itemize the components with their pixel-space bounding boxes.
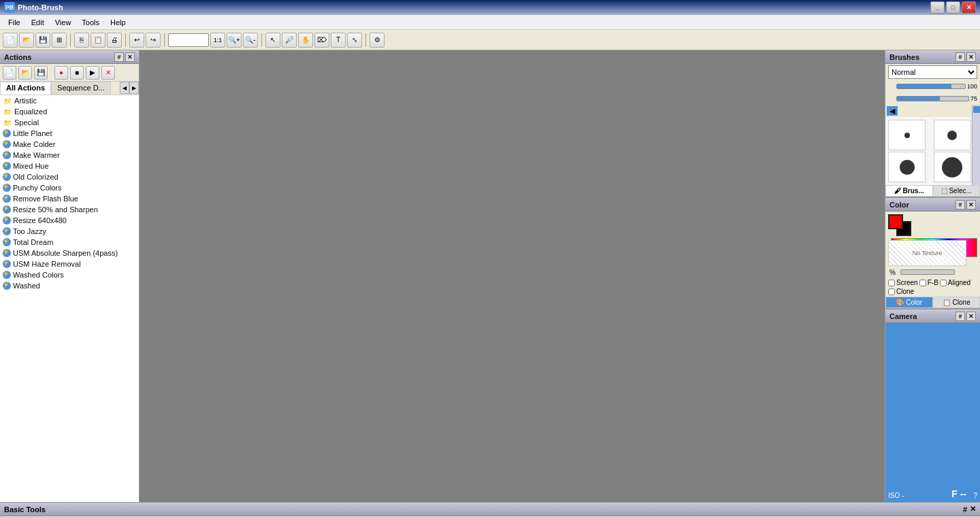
actions-record-btn[interactable]: ● bbox=[54, 66, 68, 80]
brush-scroll-top[interactable] bbox=[973, 106, 980, 113]
action-item[interactable]: ⚡Too Jazzy bbox=[0, 226, 139, 237]
erase-tool-button[interactable]: ⌦ bbox=[314, 33, 329, 48]
transform-button[interactable]: ⤡ bbox=[347, 33, 362, 48]
brush-cell-2[interactable] bbox=[934, 120, 971, 150]
action-item[interactable]: ⚡Make Warmer bbox=[0, 150, 139, 161]
actions-stop-btn[interactable]: ■ bbox=[70, 66, 84, 80]
save-button[interactable]: 💾 bbox=[35, 33, 50, 48]
brush-cell-1[interactable] bbox=[888, 120, 926, 150]
extra-button[interactable]: ⚙ bbox=[370, 33, 385, 48]
action-icon: ⚡ bbox=[3, 282, 11, 290]
action-item[interactable]: 📁Special bbox=[0, 117, 139, 128]
actions-play-btn[interactable]: ▶ bbox=[86, 66, 99, 80]
minimize-button[interactable]: _ bbox=[930, 1, 945, 14]
actions-new-btn[interactable]: 📄 bbox=[3, 66, 16, 80]
brushes-pin[interactable]: # bbox=[956, 52, 965, 62]
menu-tools[interactable]: Tools bbox=[76, 17, 105, 28]
bottom-panel-close[interactable]: ✕ bbox=[970, 505, 976, 514]
action-item[interactable]: ⚡Washed bbox=[0, 280, 139, 291]
action-label: Punchy Colors bbox=[13, 184, 62, 192]
camera-close[interactable]: ✕ bbox=[966, 312, 976, 321]
copy-button[interactable]: ⎘ bbox=[74, 33, 89, 48]
size-slider[interactable] bbox=[896, 96, 969, 101]
screen-check[interactable]: Screen bbox=[888, 279, 918, 286]
tab-nav-prev[interactable]: ◀ bbox=[120, 82, 129, 94]
select-tab[interactable]: ⬚ Selec... bbox=[933, 185, 981, 197]
opacity-slider[interactable] bbox=[896, 84, 966, 89]
menu-help[interactable]: Help bbox=[105, 17, 131, 28]
hand-tool-button[interactable]: ✋ bbox=[298, 33, 313, 48]
action-item[interactable]: ⚡Little Planet bbox=[0, 128, 139, 139]
menu-file[interactable]: File bbox=[3, 17, 26, 28]
maximize-button[interactable]: □ bbox=[946, 1, 960, 14]
zoom-1to1-button[interactable]: 1:1 bbox=[210, 33, 225, 48]
paste-button[interactable]: 📋 bbox=[91, 33, 105, 48]
arrow-tool-button[interactable]: ↖ bbox=[265, 33, 280, 48]
grid-button[interactable]: ⊞ bbox=[52, 33, 67, 48]
zoom-out-button[interactable]: 🔍- bbox=[243, 33, 258, 48]
action-item[interactable]: 📁Equalized bbox=[0, 106, 139, 117]
print-button[interactable]: 🖨 bbox=[107, 33, 122, 48]
menu-edit[interactable]: Edit bbox=[26, 17, 50, 28]
text-tool-button[interactable]: T bbox=[331, 33, 346, 48]
brushes-close[interactable]: ✕ bbox=[966, 52, 976, 62]
actions-open-btn[interactable]: 📂 bbox=[18, 66, 32, 80]
brush-cell-4[interactable] bbox=[934, 152, 971, 182]
clone-check[interactable]: Clone bbox=[888, 288, 914, 295]
actions-panel-close[interactable]: ✕ bbox=[125, 52, 135, 62]
action-item[interactable]: ⚡Mixed Hue bbox=[0, 161, 139, 171]
open-button[interactable]: 📂 bbox=[19, 33, 34, 48]
percent-slider[interactable] bbox=[900, 269, 955, 275]
zoom-fit-button[interactable]: 🔎 bbox=[282, 33, 297, 48]
actions-save-btn[interactable]: 💾 bbox=[34, 66, 48, 80]
blend-mode-select[interactable]: Normal Multiply Screen bbox=[888, 65, 977, 79]
actions-delete-btn[interactable]: ✕ bbox=[101, 66, 115, 80]
fb-checkbox[interactable] bbox=[919, 280, 926, 286]
close-button[interactable]: ✕ bbox=[962, 1, 976, 14]
action-item[interactable]: 📁Artistic bbox=[0, 95, 139, 106]
action-item[interactable]: ⚡Remove Flash Blue bbox=[0, 193, 139, 204]
zoom-in-button[interactable]: 🔍+ bbox=[227, 33, 242, 48]
camera-pin[interactable]: # bbox=[956, 312, 965, 321]
action-item[interactable]: ⚡Resize 640x480 bbox=[0, 215, 139, 226]
tab-nav-next[interactable]: ▶ bbox=[129, 82, 139, 94]
aligned-check[interactable]: Aligned bbox=[940, 279, 970, 286]
color-tab-clone[interactable]: 📋 Clone bbox=[933, 297, 981, 308]
tab-all-actions[interactable]: All Actions bbox=[0, 82, 51, 95]
camera-panel-header: Camera # ✕ bbox=[885, 310, 980, 323]
action-label: Total Dream bbox=[13, 238, 53, 246]
tab-sequence[interactable]: Sequence D... bbox=[51, 82, 111, 95]
new-button[interactable]: 📄 bbox=[3, 33, 18, 48]
foreground-color[interactable] bbox=[888, 214, 903, 229]
clone-label: Clone bbox=[896, 288, 914, 295]
zoom-input[interactable]: 100% bbox=[168, 33, 209, 47]
brushes-tab[interactable]: 🖌 Brus... bbox=[885, 185, 933, 197]
canvas-area[interactable] bbox=[140, 50, 885, 502]
redo-button[interactable]: ↪ bbox=[146, 33, 161, 48]
texture-preview[interactable]: No Texture bbox=[888, 240, 966, 266]
action-item[interactable]: ⚡Punchy Colors bbox=[0, 182, 139, 193]
fb-check[interactable]: F-B bbox=[919, 279, 938, 286]
action-item[interactable]: ⚡Resize 50% and Sharpen bbox=[0, 204, 139, 215]
camera-view[interactable]: ISO - F -- ? bbox=[885, 323, 980, 502]
bottom-panel-pin[interactable]: # bbox=[963, 505, 967, 514]
aligned-checkbox[interactable] bbox=[940, 280, 947, 286]
prev-brush-btn[interactable]: ◀ bbox=[887, 106, 898, 116]
color-tab-color[interactable]: 🎨 Color bbox=[885, 297, 933, 308]
brush-cell-3[interactable] bbox=[888, 152, 926, 182]
menu-view[interactable]: View bbox=[50, 17, 77, 28]
action-item[interactable]: ⚡Make Colder bbox=[0, 139, 139, 150]
action-item[interactable]: ⚡USM Haze Removal bbox=[0, 258, 139, 269]
color-close[interactable]: ✕ bbox=[966, 200, 976, 210]
action-item[interactable]: ⚡Total Dream bbox=[0, 237, 139, 248]
actions-panel-pin[interactable]: # bbox=[114, 52, 124, 62]
clone-checkbox[interactable] bbox=[888, 288, 895, 295]
action-item[interactable]: ⚡Old Colorized bbox=[0, 171, 139, 182]
camera-zoom: ? bbox=[973, 492, 977, 499]
screen-checkbox[interactable] bbox=[888, 280, 895, 286]
action-item[interactable]: ⚡USM Absolute Sharpen (4pass) bbox=[0, 248, 139, 258]
undo-button[interactable]: ↩ bbox=[129, 33, 144, 48]
color-pin[interactable]: # bbox=[956, 200, 965, 210]
action-label: Resize 50% and Sharpen bbox=[13, 205, 98, 214]
action-item[interactable]: ⚡Washed Colors bbox=[0, 269, 139, 280]
